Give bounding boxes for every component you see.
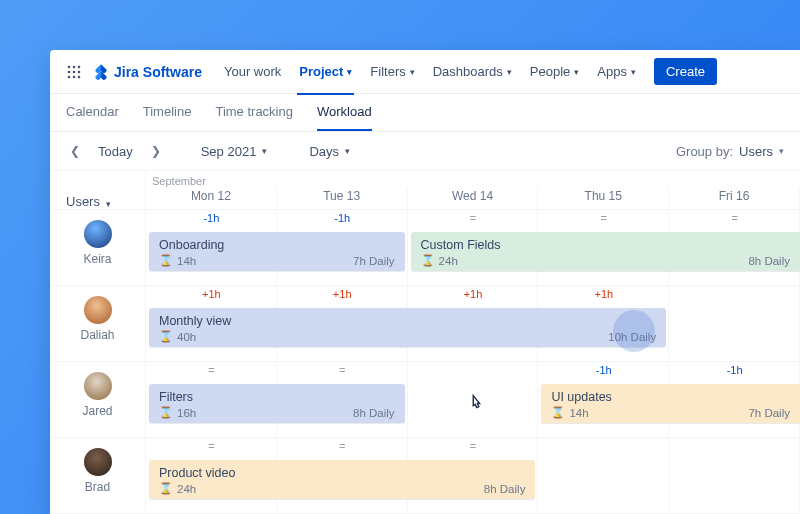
svg-point-4 <box>73 70 76 73</box>
svg-point-0 <box>68 65 71 68</box>
task-bar[interactable]: Custom Fields ⌛24h8h Daily <box>411 232 800 271</box>
user-row: -1h-1h===Onboarding ⌛14h7h DailyCustom F… <box>146 210 800 286</box>
toolbar: ❮ Today ❯ Sep 2021▾ Days▾ Group by: User… <box>50 132 800 171</box>
svg-point-6 <box>68 75 71 78</box>
nav-apps[interactable]: Apps▾ <box>589 58 644 85</box>
day-column-header: Mon 12 <box>146 187 277 210</box>
nav-filters[interactable]: Filters▾ <box>362 58 422 85</box>
variance-label <box>538 440 669 456</box>
user-cell[interactable]: Jared <box>50 362 146 438</box>
chevron-down-icon: ▾ <box>410 67 415 77</box>
svg-point-3 <box>68 70 71 73</box>
user-cell[interactable]: Daliah <box>50 286 146 362</box>
day-column-header: Wed 14 <box>408 187 539 210</box>
variance-label: = <box>277 364 408 380</box>
variance-label: +1h <box>277 288 408 304</box>
task-daily: 8h Daily <box>748 255 790 267</box>
chevron-down-icon: ▾ <box>262 146 267 156</box>
prev-period-button[interactable]: ❮ <box>66 142 84 160</box>
users-column-header[interactable]: Users▾ <box>50 171 146 210</box>
task-hours: 24h <box>177 483 196 495</box>
variance-label: -1h <box>146 212 277 228</box>
nav-dashboards[interactable]: Dashboards▾ <box>425 58 520 85</box>
user-cell[interactable]: Keira <box>50 210 146 286</box>
avatar <box>84 220 112 248</box>
next-period-button[interactable]: ❯ <box>147 142 165 160</box>
variance-label: -1h <box>538 364 669 380</box>
nav-your-work[interactable]: Your work <box>216 58 289 85</box>
svg-point-5 <box>78 70 81 73</box>
apps-waffle-icon[interactable] <box>66 64 82 80</box>
variance-label: +1h <box>408 288 539 304</box>
svg-point-2 <box>78 65 81 68</box>
view-tabs: Calendar Timeline Time tracking Workload <box>50 94 800 132</box>
user-row: +1h+1h+1h+1hMonthly view ⌛40h10h Daily <box>146 286 800 362</box>
nav-project[interactable]: Project▾ <box>291 58 360 85</box>
task-title: Custom Fields <box>421 238 790 254</box>
month-picker[interactable]: Sep 2021▾ <box>195 144 274 159</box>
brand-name: Jira Software <box>114 64 202 80</box>
chevron-down-icon: ▾ <box>507 67 512 77</box>
variance-label: = <box>146 440 277 456</box>
svg-point-8 <box>78 75 81 78</box>
task-bar[interactable]: Filters ⌛16h8h Daily <box>149 384 405 423</box>
today-button[interactable]: Today <box>94 144 137 159</box>
task-daily: 8h Daily <box>353 407 395 419</box>
variance-label: = <box>408 212 539 228</box>
hourglass-icon: ⌛ <box>159 482 173 495</box>
user-name: Brad <box>85 480 110 494</box>
task-title: Product video <box>159 466 525 482</box>
user-cell[interactable]: Brad <box>50 438 146 514</box>
hourglass-icon: ⌛ <box>421 254 435 267</box>
nav-people[interactable]: People▾ <box>522 58 587 85</box>
tab-workload[interactable]: Workload <box>317 104 372 131</box>
variance-label: = <box>408 440 539 456</box>
task-bar[interactable]: UI updates ⌛14h7h Daily <box>541 384 800 423</box>
tab-timeline[interactable]: Timeline <box>143 104 192 131</box>
avatar <box>84 448 112 476</box>
svg-point-7 <box>73 75 76 78</box>
avatar <box>84 372 112 400</box>
task-hours: 14h <box>569 407 588 419</box>
variance-label <box>669 440 800 456</box>
task-hours: 14h <box>177 255 196 267</box>
variance-label: = <box>538 212 669 228</box>
day-column-header: Fri 16 <box>669 187 800 210</box>
task-title: Filters <box>159 390 395 406</box>
chevron-down-icon: ▾ <box>106 199 111 209</box>
chevron-down-icon: ▾ <box>345 146 350 156</box>
group-by-picker[interactable]: Group by: Users ▾ <box>676 144 784 159</box>
hourglass-icon: ⌛ <box>551 406 565 419</box>
app-window: Jira Software Your work Project▾ Filters… <box>50 50 800 514</box>
task-hours: 40h <box>177 331 196 343</box>
create-button[interactable]: Create <box>654 58 717 85</box>
task-daily: 7h Daily <box>748 407 790 419</box>
variance-label: = <box>669 212 800 228</box>
topbar: Jira Software Your work Project▾ Filters… <box>50 50 800 94</box>
task-title: Monthly view <box>159 314 656 330</box>
highlight-bubble <box>613 310 655 352</box>
brand-logo[interactable]: Jira Software <box>92 63 202 81</box>
user-name: Keira <box>83 252 111 266</box>
task-title: UI updates <box>551 390 790 406</box>
primary-nav: Your work Project▾ Filters▾ Dashboards▾ … <box>216 58 644 85</box>
task-bar[interactable]: Onboarding ⌛14h7h Daily <box>149 232 405 271</box>
tab-time-tracking[interactable]: Time tracking <box>215 104 293 131</box>
month-label: September <box>146 171 800 187</box>
day-column-header: Thu 15 <box>538 187 669 210</box>
hourglass-icon: ⌛ <box>159 406 173 419</box>
chevron-down-icon: ▾ <box>631 67 636 77</box>
variance-label <box>669 288 800 304</box>
tab-calendar[interactable]: Calendar <box>66 104 119 131</box>
task-bar[interactable]: Monthly view ⌛40h10h Daily <box>149 308 666 347</box>
task-hours: 16h <box>177 407 196 419</box>
avatar <box>84 296 112 324</box>
svg-point-1 <box>73 65 76 68</box>
variance-label: +1h <box>146 288 277 304</box>
hourglass-icon: ⌛ <box>159 254 173 267</box>
task-bar[interactable]: Product video ⌛24h8h Daily <box>149 460 535 499</box>
user-name: Daliah <box>80 328 114 342</box>
variance-label: = <box>146 364 277 380</box>
task-daily: 7h Daily <box>353 255 395 267</box>
unit-picker[interactable]: Days▾ <box>303 144 356 159</box>
